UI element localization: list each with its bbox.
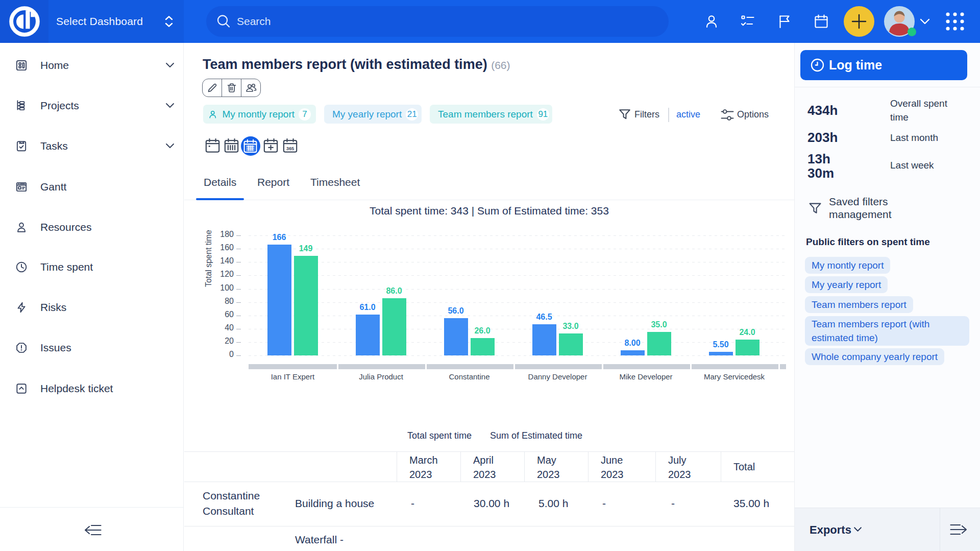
svg-text:365: 365 [286, 146, 295, 151]
